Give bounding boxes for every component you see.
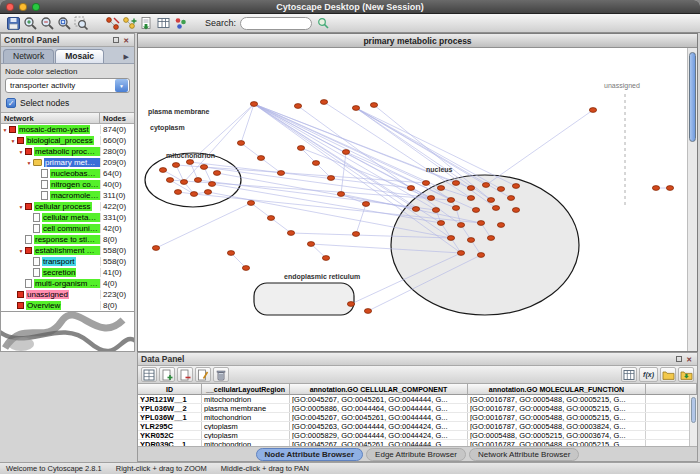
network-node[interactable] [467,186,474,191]
tree-node-label[interactable]: establishment of loc [34,246,100,255]
column-header[interactable]: ID [138,384,202,395]
tree-node-label[interactable]: metabolic process [34,147,100,156]
network-node[interactable] [432,208,439,213]
function-builder-button[interactable]: f(x) [639,367,658,382]
network-node[interactable] [482,183,489,188]
tree-node-label[interactable]: macromolecule meta [50,191,100,200]
network-overview-preview[interactable] [1,311,134,351]
zoom-in-button[interactable] [22,15,39,32]
network-node[interactable] [204,190,211,195]
network-node[interactable] [159,168,166,173]
network-node[interactable] [312,161,319,166]
node-color-dropdown[interactable]: transporter activity ▼ [5,78,130,93]
attribute-matrix-button[interactable] [621,367,637,382]
network-node[interactable] [342,150,349,155]
tab-overflow-icon[interactable]: ▶ [121,53,132,63]
network-node[interactable] [152,246,159,251]
network-node[interactable] [512,184,519,189]
network-node[interactable] [190,192,197,197]
trash-button[interactable] [213,367,229,382]
network-edge[interactable] [254,104,441,223]
tree-node-label[interactable]: cellular metabolic pr [42,213,100,222]
select-attributes-button[interactable] [141,367,157,382]
tree-expander-icon[interactable]: ▼ [17,204,25,210]
network-node[interactable] [507,196,514,201]
search-input[interactable] [240,17,312,30]
network-edge[interactable] [156,203,251,248]
tree-node-label[interactable]: secretion [42,268,76,277]
network-edge[interactable] [254,104,471,188]
network-node[interactable] [472,208,479,213]
tree-row[interactable]: macromolecule meta311(0) [1,190,134,201]
tab-network-attribute-browser[interactable]: Network Attribute Browser [469,448,579,461]
network-node[interactable] [467,196,474,201]
tree-expander-icon[interactable]: ▼ [9,138,17,144]
network-node[interactable] [412,207,419,212]
scrollbar-thumb[interactable] [689,52,696,142]
table-row[interactable]: YLR295Ccytoplasm[GO:0045263, GO:0044444,… [138,422,697,431]
tree-expander-icon[interactable]: ▼ [25,160,33,166]
float-panel-icon[interactable] [676,356,682,362]
network-node[interactable] [666,186,673,191]
network-node[interactable] [427,196,434,201]
network-node[interactable] [352,232,359,237]
network-node[interactable] [589,108,596,113]
new-network-from-selection-button[interactable] [121,15,138,32]
tree-row[interactable]: transport558(0) [1,256,134,267]
tree-column-network[interactable]: Network [1,113,100,123]
tree-row[interactable]: ▼mosaic-demo-yeast874(0) [1,124,134,135]
import-table-button[interactable] [155,15,172,32]
network-node[interactable] [267,216,274,221]
tree-row[interactable]: ▼metabolic process280(0) [1,146,134,157]
network-edge[interactable] [251,203,271,218]
table-scrollbar-thumb[interactable] [691,397,696,423]
tree-row[interactable]: ▼cellular process422(0) [1,201,134,212]
network-node[interactable] [277,171,284,176]
network-node[interactable] [492,206,499,211]
network-edge[interactable] [486,110,593,185]
network-edge[interactable] [241,143,261,158]
tree-node-label[interactable]: mosaic-demo-yeast [18,125,90,134]
network-node[interactable] [320,100,327,105]
network-node[interactable] [257,156,264,161]
table-row[interactable]: YPL036W__1mitochondrion[GO:0045267, GO:0… [138,413,697,422]
tree-row[interactable]: response to stimulus8(0) [1,234,134,245]
network-node[interactable] [180,180,187,185]
table-row[interactable]: YDR039C__1mitochondrion[GO:0045267, GO:0… [138,440,697,446]
network-node[interactable] [287,231,294,236]
table-row[interactable]: YJR121W__1mitochondrion[GO:0045267, GO:0… [138,395,697,404]
tree-row[interactable]: secretion41(0) [1,267,134,278]
network-node[interactable] [200,165,207,170]
tree-row[interactable]: Overview8(0) [1,300,134,311]
network-node[interactable] [362,202,369,207]
network-edge[interactable] [212,184,441,223]
tree-row[interactable]: cell communication42(0) [1,223,134,234]
network-edge[interactable] [254,104,461,253]
tree-node-label[interactable]: Overview [26,301,61,310]
network-node[interactable] [447,236,454,241]
network-node[interactable] [247,201,254,206]
tree-row[interactable]: nucleobase compoun64(0) [1,168,134,179]
tree-node-label[interactable]: response to stimulus [34,235,100,244]
tree-node-label[interactable]: unassigned [26,290,69,299]
network-node[interactable] [457,251,464,256]
network-node[interactable] [467,238,474,243]
network-node[interactable] [447,198,454,203]
network-node[interactable] [352,106,359,111]
network-node[interactable] [652,186,659,191]
network-node[interactable] [452,181,459,186]
network-node[interactable] [174,190,181,195]
tree-node-label[interactable]: cell communication [42,224,100,233]
edit-attribute-button[interactable] [195,367,211,382]
network-node[interactable] [213,171,220,176]
column-header[interactable]: annotation.GO MOLECULAR_FUNCTION [468,384,646,395]
network-node[interactable] [307,242,314,247]
network-node[interactable] [172,163,179,168]
table-row[interactable]: YPL036W__2plasma membrane[GO:0005886, GO… [138,404,697,413]
close-panel-icon[interactable]: ✕ [121,37,131,44]
tree-row[interactable]: ▼primary metabolic proc209(0) [1,157,134,168]
network-canvas-svg[interactable]: plasma membranecytoplasmmitochondrionnuc… [138,48,689,353]
network-node[interactable] [477,253,484,258]
tree-expander-icon[interactable]: ▼ [17,248,25,254]
network-node[interactable] [250,102,257,107]
